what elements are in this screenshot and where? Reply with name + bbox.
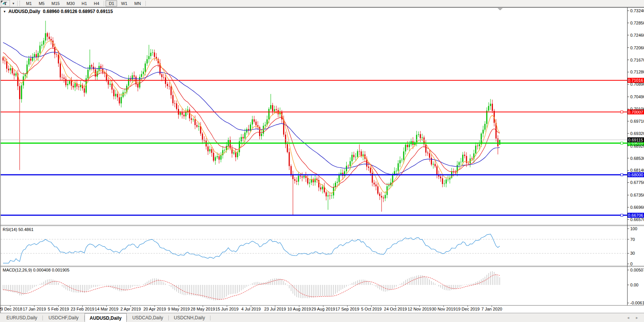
ma-mid-line (3, 48, 500, 187)
horizontal-line-0.66706[interactable]: 0.66706 (1, 213, 644, 218)
svg-text:29 Aug 2019: 29 Aug 2019 (311, 307, 335, 311)
chart-shift-marker[interactable] (497, 8, 503, 10)
svg-text:28 May 2019: 28 May 2019 (191, 307, 215, 311)
current-price-line: 0.69115 (1, 137, 644, 142)
chart-tab-bar: EURUSD,DailyUSDCHF,DailyAUDUSD,DailyUSDC… (0, 313, 644, 322)
svg-text:2 Apr 2019: 2 Apr 2019 (121, 307, 141, 311)
toolbar-separator (17, 1, 18, 6)
toolbar-separator (104, 1, 104, 6)
tf-button-m1[interactable]: M1 (23, 0, 35, 7)
svg-text:0.68920: 0.68920 (630, 144, 644, 148)
svg-text:-0.006148: -0.006148 (630, 301, 644, 305)
chart-title-ohlc: 0.68960 0.69126 0.68957 0.69115 (43, 9, 113, 14)
rsi-indicator-label: RSI(14) 50.4861 (3, 227, 34, 232)
horizontal-line-0.69010[interactable]: 0.69010 (1, 141, 644, 146)
svg-text:5 Oct 2019: 5 Oct 2019 (361, 307, 382, 311)
macd-indicator-label: MACD(12,26,9) 0.000408 0.001905 (3, 268, 69, 272)
chart-tabs: EURUSD,DailyUSDCHF,DailyAUDUSD,DailyUSDC… (0, 313, 210, 322)
svg-text:0: 0 (630, 262, 633, 266)
trading-terminal-window: { "toolbar": { "t_label": "T", "timefram… (0, 0, 644, 322)
svg-text:0.69710: 0.69710 (630, 119, 644, 124)
svg-text:30: 30 (630, 251, 635, 255)
svg-text:0.68140: 0.68140 (630, 168, 644, 172)
horizontal-line-0.70007[interactable]: 0.70007 (1, 109, 644, 114)
svg-text:9 May 2019: 9 May 2019 (168, 307, 190, 311)
svg-text:24 Oct 2019: 24 Oct 2019 (384, 307, 407, 311)
svg-text:0.66570: 0.66570 (630, 217, 644, 222)
svg-text:70: 70 (630, 237, 635, 242)
svg-text:0.70890: 0.70890 (630, 82, 644, 86)
svg-text:17 Jan 2019: 17 Jan 2019 (23, 307, 46, 311)
tab-scroll-left-button[interactable]: ◄ (626, 316, 630, 320)
tf-button-w1[interactable]: W1 (118, 0, 130, 7)
svg-text:5 Feb 2019: 5 Feb 2019 (48, 307, 69, 311)
svg-text:30 Nov 2019: 30 Nov 2019 (432, 307, 455, 311)
tf-button-m5[interactable]: M5 (36, 0, 47, 7)
tf-button-m15[interactable]: M15 (48, 0, 62, 7)
price-axis[interactable]: 0.732400.728500.724600.720600.716700.712… (627, 8, 644, 222)
chart-title-symbol: AUDUSD,Daily (8, 9, 40, 14)
timeframe-button-group: M1M5M15M30H1H4D1W1MN (23, 0, 147, 7)
svg-text:29 Dec 2018: 29 Dec 2018 (0, 307, 22, 311)
tab-eurusd-daily[interactable]: EURUSD,Daily (1, 313, 42, 322)
tab-usdcad-daily[interactable]: USDCAD,Daily (127, 313, 168, 322)
toolbar-separator (145, 1, 146, 6)
svg-text:100: 100 (630, 226, 637, 231)
svg-text:19 Dec 2019: 19 Dec 2019 (456, 307, 479, 311)
svg-text:7 Jan 2020: 7 Jan 2020 (481, 307, 502, 311)
tf-button-h1[interactable]: H1 (78, 0, 90, 7)
svg-text:0.71280: 0.71280 (630, 70, 644, 74)
svg-text:0.72850: 0.72850 (630, 21, 644, 25)
svg-text:23 Jul 2019: 23 Jul 2019 (264, 307, 286, 311)
svg-text:12 Nov 2019: 12 Nov 2019 (408, 307, 431, 311)
rsi-line (3, 234, 500, 263)
tf-button-h4[interactable]: H4 (91, 0, 102, 7)
svg-text:23 Feb 2019: 23 Feb 2019 (71, 307, 95, 311)
svg-text:0.00: 0.00 (630, 283, 638, 287)
tab-usdchf-daily[interactable]: USDCHF,Daily (43, 313, 84, 322)
tab-audusd-daily[interactable]: AUDUSD,Daily (85, 313, 127, 322)
panel-borders (0, 7, 644, 313)
chart-dropdown-icon[interactable]: ▼ (3, 10, 6, 13)
svg-text:0.72460: 0.72460 (630, 33, 644, 37)
macd-axis: 0.0050760.00-0.006148 (627, 268, 644, 305)
candlestick-series (3, 21, 501, 215)
svg-text:0.67750: 0.67750 (630, 180, 644, 185)
macd-signal-line (3, 275, 500, 299)
rsi-axis: 10070300 (627, 226, 637, 266)
svg-text:0.71670: 0.71670 (630, 58, 644, 62)
svg-text:0.68530: 0.68530 (630, 156, 644, 161)
svg-text:20 Apr 2019: 20 Apr 2019 (143, 307, 166, 311)
horizontal-line-0.68000[interactable]: 0.68000 (1, 172, 644, 177)
svg-text:17 Sep 2019: 17 Sep 2019 (335, 307, 359, 311)
macd-histogram (3, 271, 500, 300)
svg-text:0.67350: 0.67350 (630, 193, 644, 197)
svg-text:0.70100: 0.70100 (630, 107, 644, 111)
svg-text:0.73240: 0.73240 (630, 8, 644, 13)
tab-usdcnh-daily[interactable]: USDCNH,Daily (169, 313, 210, 322)
svg-text:15 Jun 2019: 15 Jun 2019 (215, 307, 239, 311)
toolbar-grip (20, 1, 21, 6)
svg-text:0.005076: 0.005076 (630, 268, 644, 272)
svg-text:0.66960: 0.66960 (630, 205, 644, 210)
tab-scroll-right-button[interactable]: ► (635, 316, 639, 320)
svg-text:0.69115: 0.69115 (628, 138, 643, 142)
tab-divider (210, 315, 210, 320)
svg-text:0.70490: 0.70490 (630, 94, 644, 99)
svg-text:14 Mar 2019: 14 Mar 2019 (95, 307, 119, 311)
svg-text:0.69320: 0.69320 (630, 131, 644, 136)
svg-text:0.72060: 0.72060 (630, 46, 644, 50)
tf-button-d1[interactable]: D1 (106, 0, 117, 7)
tf-button-mn[interactable]: MN (131, 0, 144, 7)
dropdown-caret-icon[interactable]: ▼ (12, 2, 15, 5)
svg-text:4 Jul 2019: 4 Jul 2019 (241, 307, 261, 311)
svg-text:0.68000: 0.68000 (628, 172, 643, 177)
chart-canvas[interactable]: 0.710160.700070.690100.680000.667060.691… (0, 0, 644, 322)
top-toolbar: T ▼ M1M5M15M30H1H4D1W1MN (0, 0, 644, 7)
svg-text:10 Aug 2019: 10 Aug 2019 (287, 307, 311, 311)
date-axis[interactable]: 29 Dec 201817 Jan 20195 Feb 201923 Feb 2… (0, 306, 502, 311)
tf-button-m30[interactable]: M30 (64, 0, 78, 7)
chart-title: ▼AUDUSD,Daily 0.68960 0.69126 0.68957 0.… (3, 9, 113, 14)
ma-slow-line (3, 42, 500, 174)
